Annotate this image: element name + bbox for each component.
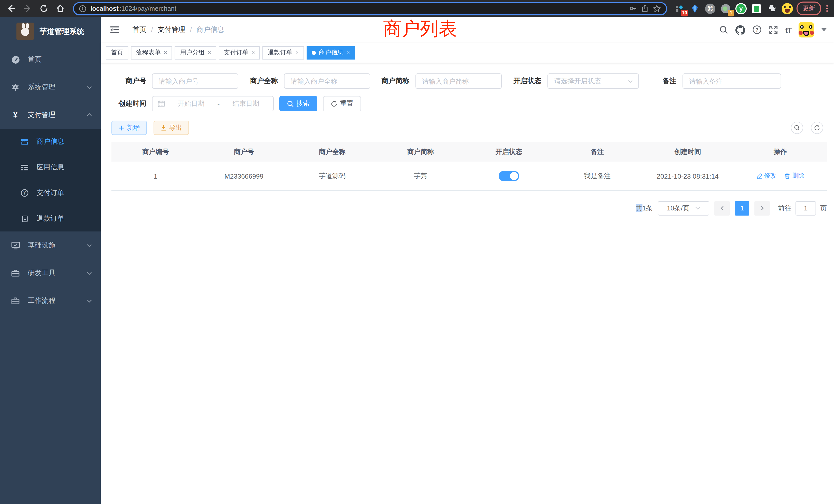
extension-session-icon[interactable]: 1: [720, 2, 732, 15]
remark-input[interactable]: [682, 73, 781, 89]
password-key-icon[interactable]: [629, 5, 637, 12]
browser-menu-icon[interactable]: [824, 5, 830, 12]
sidebar-item-refund-order[interactable]: 退款订单: [0, 206, 101, 231]
browser-home-icon[interactable]: [53, 2, 67, 15]
tab-merchant-info[interactable]: 商户信息 ×: [307, 46, 355, 59]
app-logo-row[interactable]: 芋道管理系统: [0, 17, 101, 46]
sidebar-menu: 首页 系统管理 ¥ 支付管理: [0, 46, 101, 504]
filter-row-2: 创建时间 开始日期 - 结束日期 搜索: [111, 96, 823, 111]
next-page-button[interactable]: [754, 201, 770, 215]
tab-label: 退款订单: [268, 48, 292, 57]
add-button[interactable]: 新增: [111, 121, 147, 135]
sidebar-item-dev-tools[interactable]: 研发工具: [0, 259, 101, 287]
sidebar-item-merchant-info[interactable]: 商户信息: [0, 129, 101, 155]
site-info-icon[interactable]: [79, 5, 86, 12]
page-size-select[interactable]: 10条/页: [658, 201, 709, 215]
search-icon[interactable]: [720, 25, 728, 34]
monitor-icon: [10, 241, 21, 249]
tab-refund-order[interactable]: 退款订单 ×: [263, 46, 304, 59]
extension-command-icon[interactable]: ⌘: [704, 2, 717, 15]
merchant-table: 商户编号 商户号 商户全称 商户简称 开启状态 备注 创建时间 操作 1: [111, 142, 827, 191]
cell-status: [465, 162, 553, 190]
profile-avatar-emoji[interactable]: [781, 2, 793, 15]
tab-pay-order[interactable]: 支付订单 ×: [219, 46, 260, 59]
delete-link[interactable]: 删除: [785, 172, 805, 180]
svg-text:¥: ¥: [24, 191, 26, 195]
bookmark-star-icon[interactable]: [653, 4, 661, 13]
breadcrumb-payment[interactable]: 支付管理: [158, 25, 185, 35]
sidebar-item-label: 系统管理: [28, 83, 56, 92]
sidebar-item-payment[interactable]: ¥ 支付管理: [0, 101, 101, 129]
sidebar-item-workflow[interactable]: 工作流程: [0, 287, 101, 315]
close-icon[interactable]: ×: [208, 50, 211, 55]
total-suffix: 条: [646, 204, 653, 212]
browser-update-button[interactable]: 更新: [796, 2, 821, 16]
col-short-name: 商户简称: [376, 142, 465, 162]
breadcrumb-separator: /: [190, 26, 192, 33]
col-full-name: 商户全称: [288, 142, 376, 162]
sidebar-fold-icon[interactable]: [108, 24, 121, 36]
close-icon[interactable]: ×: [347, 50, 350, 55]
export-button[interactable]: 导出: [154, 121, 189, 135]
short-name-input[interactable]: [415, 73, 502, 89]
breadcrumb-home[interactable]: 首页: [132, 25, 146, 35]
search-button[interactable]: 搜索: [279, 96, 317, 111]
coin-icon: ¥: [20, 189, 30, 197]
refresh-icon[interactable]: [811, 122, 823, 134]
close-icon[interactable]: ×: [295, 50, 299, 55]
tab-process-form[interactable]: 流程表单 ×: [131, 46, 172, 59]
goto-page-input[interactable]: [795, 201, 816, 215]
cell-full-name: 芋道源码: [288, 162, 376, 190]
extensions-puzzle-icon[interactable]: [766, 2, 778, 15]
sidebar-item-app-info[interactable]: 应用信息: [0, 155, 101, 180]
cell-short-name: 芋艿: [376, 162, 465, 190]
browser-back-icon[interactable]: [4, 2, 18, 15]
cell-remark: 我是备注: [553, 162, 641, 190]
page-1-button[interactable]: 1: [735, 201, 749, 215]
user-avatar[interactable]: [798, 22, 814, 38]
merchant-no-input[interactable]: [152, 73, 238, 89]
github-icon[interactable]: [736, 25, 745, 35]
reset-button[interactable]: 重置: [323, 96, 361, 111]
fontsize-icon[interactable]: tT: [785, 25, 791, 34]
full-name-input[interactable]: [284, 73, 370, 89]
sidebar-item-label: 支付管理: [28, 110, 56, 120]
extension-grid-icon[interactable]: 10: [673, 2, 686, 15]
table-header-row: 商户编号 商户号 商户全称 商户简称 开启状态 备注 创建时间 操作: [111, 142, 827, 162]
browser-forward-icon[interactable]: [21, 2, 34, 15]
gear-icon: [10, 83, 21, 91]
extension-note-icon[interactable]: [750, 2, 763, 15]
payment-submenu: 商户信息 应用信息 ¥ 支付订单: [0, 129, 101, 231]
fullscreen-icon[interactable]: [769, 25, 778, 35]
prev-page-button[interactable]: [714, 201, 730, 215]
browser-toolbar: localhost :1024/pay/merchant 10 ⌘ 1: [0, 0, 834, 17]
status-select[interactable]: 请选择开启状态: [547, 73, 639, 89]
sidebar-item-infrastructure[interactable]: 基础设施: [0, 231, 101, 259]
browser-reload-icon[interactable]: [37, 2, 50, 15]
extension-gem-icon[interactable]: [689, 2, 701, 15]
sidebar-item-pay-order[interactable]: ¥ 支付订单: [0, 180, 101, 206]
sidebar-item-home[interactable]: 首页: [0, 46, 101, 73]
close-icon[interactable]: ×: [251, 50, 255, 55]
url-bar[interactable]: localhost :1024/pay/merchant: [73, 2, 667, 15]
remark-label: 备注: [662, 76, 676, 86]
edit-link[interactable]: 修改: [756, 172, 776, 180]
sidebar-item-system[interactable]: 系统管理: [0, 73, 101, 101]
full-name-label: 商户全称: [250, 76, 278, 86]
help-icon[interactable]: ?: [752, 25, 762, 35]
screen: localhost :1024/pay/merchant 10 ⌘ 1: [0, 0, 834, 504]
toggle-search-icon[interactable]: [791, 122, 803, 134]
col-create-time: 创建时间: [641, 142, 734, 162]
tab-home[interactable]: 首页: [106, 46, 128, 59]
date-range-picker[interactable]: 开始日期 - 结束日期: [152, 96, 274, 111]
share-icon[interactable]: [641, 5, 649, 12]
avatar-caret-icon[interactable]: [821, 28, 827, 32]
pagination-total: 共1条: [636, 204, 653, 213]
sidebar: 芋道管理系统 首页 系统管理: [0, 17, 101, 504]
breadcrumb-current: 商户信息: [196, 25, 224, 35]
extension-y-icon[interactable]: y: [735, 2, 747, 15]
command-glyph: ⌘: [705, 3, 716, 14]
status-toggle[interactable]: [499, 171, 519, 181]
tab-user-group[interactable]: 用户分组 ×: [175, 46, 216, 59]
close-icon[interactable]: ×: [164, 50, 167, 55]
